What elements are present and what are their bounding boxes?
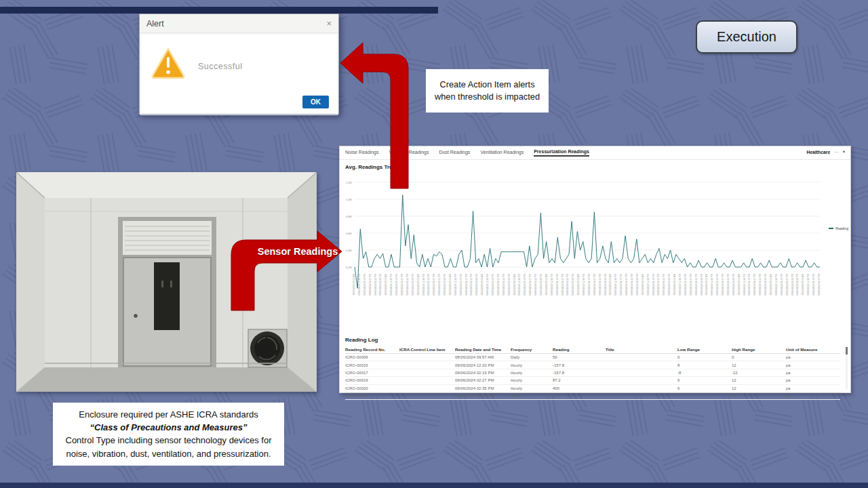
x-tick-label: 08/26/2024 09:57 AM xyxy=(481,274,484,296)
ok-button[interactable]: OK xyxy=(302,96,329,108)
x-tick-label: 09/06/2024 02:35 PM xyxy=(759,274,762,296)
table-row[interactable]: ICRO-0001709/06/2024 02:19 PMHourly-157.… xyxy=(345,369,840,377)
column-header[interactable]: Title xyxy=(606,346,677,354)
x-tick-label: 09/06/2024 02:19 PM xyxy=(716,274,719,296)
x-tick-label: 09/06/2024 12:20 PM xyxy=(807,274,810,296)
x-tick-label: 09/06/2024 02:50 PM xyxy=(379,274,382,296)
table-cell: 12 xyxy=(732,392,786,400)
x-tick-label: 08/26/2024 09:57 AM xyxy=(609,274,612,296)
column-header[interactable]: Reading Date and Time xyxy=(455,346,511,354)
table-row[interactable]: ICRO-0002209/06/2024 02:50 PMHourly0812p… xyxy=(345,392,840,400)
bottom-note-line3: Control Type including sensor technology… xyxy=(60,434,277,460)
chevron-down-icon[interactable]: ▾ xyxy=(843,149,845,155)
x-tick-label: 09/06/2024 02:50 PM xyxy=(604,274,607,296)
table-cell: pa xyxy=(786,385,840,392)
table-cell xyxy=(606,354,677,361)
table-cell xyxy=(606,361,677,369)
x-tick-label: 09/06/2024 02:35 PM xyxy=(631,274,633,296)
x-tick-label: 09/06/2024 02:19 PM xyxy=(684,274,687,296)
table-cell: -8 xyxy=(677,369,732,377)
table-cell: pa xyxy=(786,361,840,369)
table-cell xyxy=(606,392,677,400)
column-header[interactable]: Low Range xyxy=(677,346,732,354)
x-tick-label: 09/06/2024 12:20 PM xyxy=(775,274,778,296)
x-tick-label: 09/06/2024 02:27 PM xyxy=(369,274,372,296)
table-cell: ICRO-00006 xyxy=(345,354,399,361)
x-tick-label: 09/06/2024 02:50 PM xyxy=(764,274,767,296)
column-header[interactable]: Unit of Measure xyxy=(786,346,840,354)
table-cell xyxy=(399,377,455,384)
column-header[interactable]: Frequency xyxy=(511,346,553,354)
sensor-readings-label: Sensor Readings xyxy=(255,246,340,257)
alert-titlebar: Alert × xyxy=(140,14,338,33)
x-tick-label: 09/06/2024 02:50 PM xyxy=(636,274,639,296)
table-cell: 12 xyxy=(732,377,786,384)
tab-ventilation-readings[interactable]: Ventilation Readings xyxy=(480,150,524,156)
x-tick-label: 09/06/2024 02:27 PM xyxy=(753,274,756,296)
x-tick-label: 09/06/2024 02:19 PM xyxy=(492,274,494,296)
table-cell xyxy=(606,385,677,392)
table-cell: 400 xyxy=(553,385,606,392)
reading-log-table: Reading Record No.ICRA Control Line Item… xyxy=(345,346,840,400)
x-tick-label: 09/06/2024 02:50 PM xyxy=(701,274,703,296)
x-tick-label: 09/06/2024 12:20 PM xyxy=(454,274,457,296)
table-cell xyxy=(399,385,455,392)
more-icon[interactable]: ··· xyxy=(834,150,839,155)
column-header[interactable]: High Range xyxy=(732,346,786,354)
x-tick-label: 08/26/2024 09:57 AM xyxy=(417,274,420,296)
trend-line-chart: 1.2K1.0K0.8K0.6K0.4K0.2K08/26/2024 09:57… xyxy=(340,172,850,336)
table-cell: -157.8 xyxy=(553,361,606,369)
x-tick-label: 08/26/2024 09:57 AM xyxy=(545,274,548,296)
table-cell: 0 xyxy=(553,392,606,400)
bottom-note-line1: Enclosure required per ASHE ICRA standar… xyxy=(60,408,277,421)
table-cell: pa xyxy=(786,354,840,361)
x-tick-label: 09/06/2024 02:50 PM xyxy=(732,274,735,296)
x-tick-label: 09/06/2024 02:50 PM xyxy=(508,274,511,296)
x-tick-label: 09/06/2024 02:50 PM xyxy=(668,274,671,296)
table-cell: 08/26/2024 09:57 AM xyxy=(455,354,511,361)
create-action-callout: Create Action Item alerts when threshold… xyxy=(426,69,549,113)
x-tick-label: 09/06/2024 02:35 PM xyxy=(791,274,794,296)
table-scrollbar[interactable] xyxy=(846,347,848,389)
x-tick-label: 09/06/2024 02:27 PM xyxy=(786,274,789,296)
x-tick-label: 09/06/2024 12:20 PM xyxy=(551,274,553,296)
alert-message: Successful xyxy=(198,62,242,71)
close-icon[interactable]: × xyxy=(326,19,332,28)
table-cell: 0 xyxy=(677,354,732,361)
table-cell: Hourly xyxy=(511,369,553,377)
x-tick-label: 09/06/2024 02:19 PM xyxy=(427,274,430,296)
top-accent-bar xyxy=(0,7,438,14)
x-tick-label: 09/06/2024 02:35 PM xyxy=(566,274,569,296)
alert-dialog: Alert × Successful OK xyxy=(139,14,339,115)
column-header[interactable]: Reading Record No. xyxy=(345,346,399,354)
table-row[interactable]: ICRO-0002009/06/2024 02:35 PMHourly40061… xyxy=(345,385,840,392)
table-cell xyxy=(399,392,455,400)
x-tick-label: 09/06/2024 02:19 PM xyxy=(395,274,398,296)
table-row[interactable]: ICRO-0001909/06/2024 02:27 PMHourly87.26… xyxy=(345,377,840,384)
x-tick-label: 09/06/2024 02:35 PM xyxy=(470,274,473,296)
x-tick-label: 09/06/2024 02:19 PM xyxy=(460,274,462,296)
table-cell: 6 xyxy=(677,377,732,384)
context-menu[interactable]: Healthcare ··· ▾ xyxy=(806,149,845,155)
x-tick-label: 09/06/2024 12:20 PM xyxy=(518,274,521,296)
x-tick-label: 09/06/2024 02:19 PM xyxy=(524,274,526,296)
table-scrollbar-thumb[interactable] xyxy=(846,347,848,354)
tab-pressurization-readings[interactable]: Pressurization Readings xyxy=(534,149,589,157)
column-header[interactable]: Reading xyxy=(553,346,606,354)
column-header[interactable]: ICRA Control Line Item xyxy=(399,346,455,354)
bottom-note-line2: “Class of Precautions and Measures” xyxy=(60,421,277,434)
table-cell: ICRO-00019 xyxy=(345,377,399,384)
x-tick-label: 09/06/2024 12:20 PM xyxy=(647,274,650,296)
table-cell xyxy=(606,377,677,384)
table-row[interactable]: ICRO-0001509/06/2024 12:20 PMHourly-157.… xyxy=(345,361,840,369)
y-tick-label: 1.0K xyxy=(346,198,352,201)
x-tick-label: 09/06/2024 12:20 PM xyxy=(358,274,361,296)
x-tick-label: 09/06/2024 02:19 PM xyxy=(620,274,623,296)
tab-dust-readings[interactable]: Dust Readings xyxy=(439,150,470,156)
x-tick-label: 09/06/2024 02:35 PM xyxy=(599,274,601,296)
x-tick-label: 09/06/2024 02:27 PM xyxy=(818,274,821,296)
x-tick-label: 09/06/2024 12:20 PM xyxy=(679,274,682,296)
table-row[interactable]: ICRO-0000608/26/2024 09:57 AMDaily5000pa xyxy=(345,354,840,361)
x-tick-label: 09/06/2024 02:50 PM xyxy=(412,274,414,296)
table-cell: 87.2 xyxy=(553,377,606,384)
